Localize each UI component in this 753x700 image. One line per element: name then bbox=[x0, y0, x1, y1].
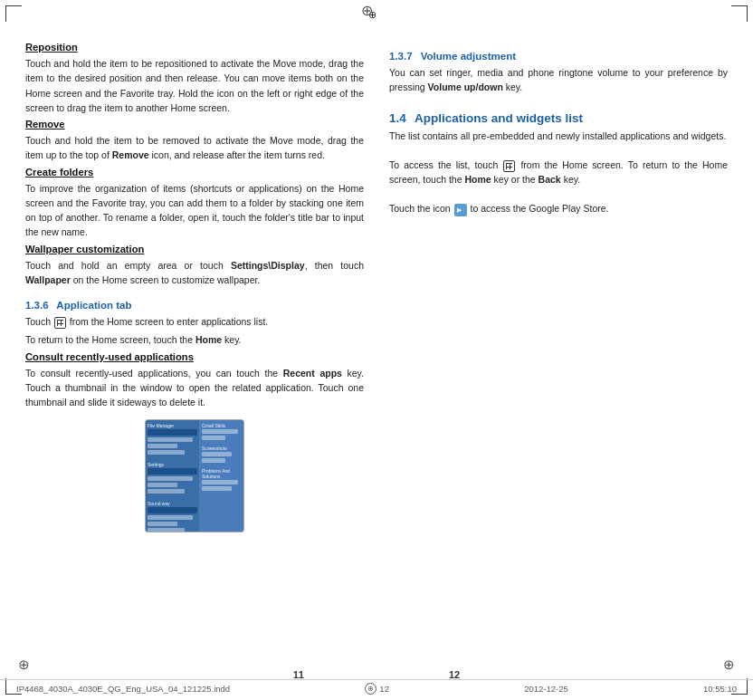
body-create-folders: To improve the organization of items (sh… bbox=[25, 181, 364, 240]
screen-item-4 bbox=[148, 476, 193, 481]
screen-item-r2 bbox=[202, 436, 225, 440]
body-consult: To consult recently-used applications, y… bbox=[25, 366, 364, 410]
subchapter-137-num: 1.3.7 bbox=[389, 51, 413, 62]
screen-item-2 bbox=[148, 444, 177, 448]
screen-item-8 bbox=[148, 522, 177, 526]
bold-back-key: Back bbox=[539, 174, 561, 185]
para-14-1: The list contains all pre-embedded and n… bbox=[389, 129, 728, 143]
bold-home-key-2: Home bbox=[464, 174, 491, 185]
footer-date: 2012-12-25 bbox=[524, 684, 568, 694]
screen-item-6 bbox=[148, 489, 185, 494]
screen-label-settings: Settings bbox=[148, 462, 197, 467]
screen-label-r1: Gmail Skills bbox=[202, 423, 242, 428]
para-14-2: To access the list, touch from the Home … bbox=[389, 158, 728, 187]
footer-file-info: IP4468_4030A_4030E_QG_Eng_USA_04_121225.… bbox=[16, 684, 230, 694]
section-remove: Remove Touch and hold the item to be rem… bbox=[25, 119, 364, 167]
subchapter-137-heading: 1.3.7 Volume adjustment bbox=[389, 51, 728, 62]
section-consult: Consult recently-used applications To co… bbox=[25, 351, 364, 410]
body-wallpaper: Touch and hold an empty area or touch Se… bbox=[25, 258, 364, 288]
subchapter-136: 1.3.6 Application tab Touch from the Hom… bbox=[25, 291, 364, 535]
screen-item-r3 bbox=[202, 452, 232, 456]
subchapter-137: 1.3.7 Volume adjustment You can set ring… bbox=[389, 42, 728, 99]
section-reposition: Reposition Touch and hold the item to be… bbox=[25, 42, 364, 119]
subchapter-136-title: Application tab bbox=[56, 300, 131, 311]
corner-mark-tl bbox=[5, 5, 22, 22]
screen-label-filemanager: File Manager bbox=[148, 423, 197, 428]
screen-panel-left: File Manager Settings bbox=[146, 420, 200, 532]
main-content: Reposition Touch and hold the item to be… bbox=[25, 42, 728, 646]
section-create-folders: Create folders To improve the organizati… bbox=[25, 167, 364, 244]
body-reposition: Touch and hold the item to be reposition… bbox=[25, 56, 364, 115]
footer-time: 10:55:10 bbox=[703, 684, 737, 694]
screenshot-image: File Manager Settings bbox=[145, 419, 244, 532]
heading-remove: Remove bbox=[25, 119, 364, 129]
screen-item-5 bbox=[148, 483, 177, 487]
chapter-14-num: 1.4 bbox=[389, 111, 406, 125]
cross-bottom-left: ⊕ bbox=[18, 657, 30, 673]
body-137: You can set ringer, media and phone ring… bbox=[389, 65, 728, 95]
section-wallpaper: Wallpaper customization Touch and hold a… bbox=[25, 244, 364, 292]
screen-item-1 bbox=[148, 437, 193, 442]
grid-icon-1 bbox=[54, 317, 66, 329]
subchapter-137-title: Volume adjustment bbox=[421, 51, 516, 62]
bold-settings-display: Settings\Display bbox=[231, 260, 305, 271]
cross-bottom-right: ⊕ bbox=[723, 657, 735, 673]
bold-recent-apps: Recent apps bbox=[283, 368, 342, 379]
body-remove: Touch and hold the item to be removed to… bbox=[25, 133, 364, 163]
heading-consult: Consult recently-used applications bbox=[25, 351, 364, 362]
screen-bar-1 bbox=[148, 429, 197, 436]
left-column: Reposition Touch and hold the item to be… bbox=[25, 42, 364, 646]
screen-item-r6 bbox=[202, 486, 232, 491]
bold-remove: Remove bbox=[112, 149, 149, 160]
subchapter-136-num: 1.3.6 bbox=[25, 300, 49, 311]
footer-bar: IP4468_4030A_4030E_QG_Eng_USA_04_121225.… bbox=[0, 679, 753, 695]
bold-wallpaper: Wallpaper bbox=[25, 274, 71, 285]
para-14-3: Touch the icon to access the Google Play… bbox=[389, 201, 728, 216]
right-column: 1.3.7 Volume adjustment You can set ring… bbox=[389, 42, 728, 646]
screen-item-r1 bbox=[202, 429, 238, 434]
heading-reposition: Reposition bbox=[25, 42, 364, 53]
bold-volume-updown: Volume up/down bbox=[428, 82, 503, 92]
screen-bar-2 bbox=[148, 468, 197, 475]
screen-label-r3: Problems And Solutions bbox=[202, 468, 242, 479]
screen-item-9 bbox=[148, 528, 185, 532]
heading-wallpaper: Wallpaper customization bbox=[25, 244, 364, 254]
chapter-14: 1.4 Applications and widgets list The li… bbox=[389, 99, 728, 220]
screen-panel-right: Gmail Skills Screenshots Problems And So… bbox=[200, 420, 243, 532]
store-icon bbox=[454, 204, 467, 216]
grid-icon-2 bbox=[503, 160, 515, 172]
screen-label-r2: Screenshots bbox=[202, 446, 242, 451]
screen-label-sound: Sound way bbox=[148, 501, 197, 506]
footer-icon-label: ⊕ 12 bbox=[365, 683, 389, 695]
chapter-14-heading: 1.4 Applications and widgets list bbox=[389, 111, 728, 125]
footer-page-num-2: 12 bbox=[379, 684, 389, 694]
cross-top: ⊕ bbox=[368, 9, 385, 25]
screen-bar-3 bbox=[148, 507, 197, 513]
footer-cross-icon: ⊕ bbox=[365, 683, 376, 695]
para-136-1: Touch from the Home screen to enter appl… bbox=[25, 314, 364, 329]
screen-item-3 bbox=[148, 450, 185, 455]
heading-create-folders: Create folders bbox=[25, 167, 364, 177]
chapter-14-title: Applications and widgets list bbox=[415, 111, 583, 125]
bold-home-key-1: Home bbox=[195, 334, 222, 345]
screen-item-r4 bbox=[202, 458, 225, 463]
subchapter-136-heading: 1.3.6 Application tab bbox=[25, 300, 364, 311]
corner-mark-tr bbox=[731, 5, 748, 22]
page-container: ⊕ Reposition Touch and hold the item to … bbox=[0, 0, 753, 700]
para-136-2: To return to the Home screen, touch the … bbox=[25, 332, 364, 347]
screenshot-container: File Manager Settings bbox=[25, 419, 364, 532]
screen-item-7 bbox=[148, 515, 193, 520]
screen-item-r5 bbox=[202, 480, 238, 484]
